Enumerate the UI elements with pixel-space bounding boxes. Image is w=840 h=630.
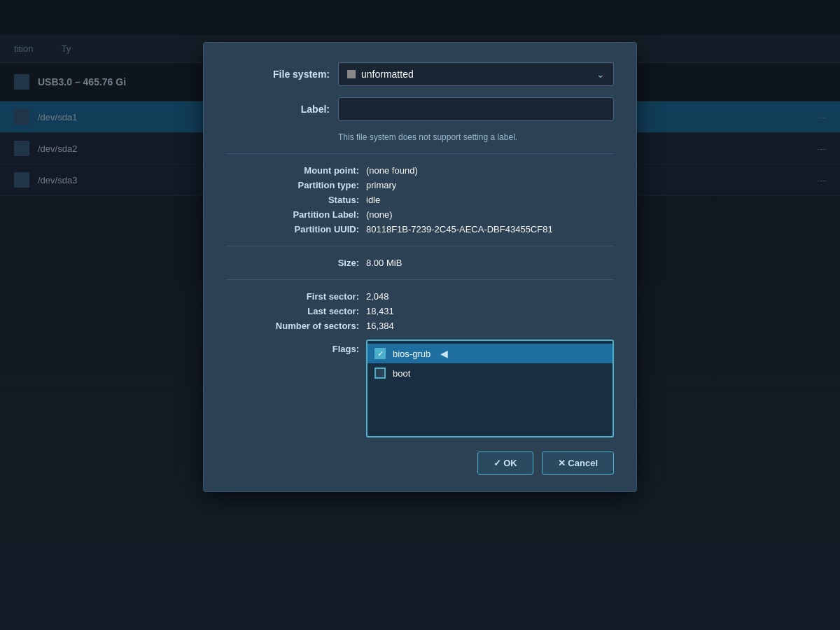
partition-type-val: primary — [366, 180, 396, 190]
last-sector-val: 18,431 — [366, 306, 394, 316]
partition-type-row: Partition type: primary — [226, 180, 614, 190]
first-sector-row: First sector: 2,048 — [226, 291, 614, 302]
mount-point-val: (none found) — [366, 165, 418, 176]
size-section: Size: 8.00 MiB — [226, 258, 614, 268]
flag-item-boot[interactable]: boot — [368, 363, 612, 383]
chevron-down-icon: ⌄ — [596, 69, 605, 80]
partition-uuid-val: 80118F1B-7239-2C45-AECA-DBF43455CF81 — [366, 224, 553, 234]
sector-section: First sector: 2,048 Last sector: 18,431 … — [226, 291, 614, 331]
partition-uuid-key: Partition UUID: — [226, 224, 366, 234]
num-sectors-row: Number of sectors: 16,384 — [226, 321, 614, 331]
button-row: ✓ OK ✕ Cancel — [226, 451, 614, 475]
partition-label-key: Partition Label: — [226, 209, 366, 220]
flags-list[interactable]: ✓ bios-grub ◀ boot — [366, 340, 614, 438]
num-sectors-key: Number of sectors: — [226, 321, 366, 331]
partition-uuid-row: Partition UUID: 80118F1B-7239-2C45-AECA-… — [226, 224, 614, 234]
file-system-icon — [347, 70, 356, 78]
partition-edit-dialog: File system: unformatted ⌄ Label: This f… — [203, 42, 637, 492]
partition-label-val: (none) — [366, 209, 393, 220]
num-sectors-val: 16,384 — [366, 321, 394, 331]
label-row: Label: — [226, 97, 614, 121]
file-system-value: unformatted — [361, 69, 414, 80]
label-label: Label: — [226, 104, 338, 115]
label-input[interactable] — [338, 97, 614, 121]
status-val: idle — [366, 195, 380, 205]
file-system-label: File system: — [226, 69, 338, 80]
ok-button[interactable]: ✓ OK — [477, 451, 533, 475]
status-row: Status: idle — [226, 195, 614, 205]
divider-3 — [226, 279, 614, 280]
modal-overlay: File system: unformatted ⌄ Label: This f… — [0, 0, 840, 630]
flags-label: Flags: — [226, 340, 366, 354]
flag-name-bios-grub: bios-grub — [393, 349, 430, 359]
flag-checkbox-boot[interactable] — [374, 368, 386, 379]
mount-point-key: Mount point: — [226, 165, 366, 176]
cursor-icon: ◀ — [440, 348, 448, 359]
size-val: 8.00 MiB — [366, 258, 402, 268]
file-system-select-inner: unformatted — [347, 69, 414, 80]
cancel-button[interactable]: ✕ Cancel — [542, 451, 614, 475]
first-sector-val: 2,048 — [366, 291, 389, 302]
file-system-row: File system: unformatted ⌄ — [226, 62, 614, 86]
partition-type-key: Partition type: — [226, 180, 366, 190]
partition-label-row: Partition Label: (none) — [226, 209, 614, 220]
label-field[interactable] — [338, 97, 614, 121]
last-sector-row: Last sector: 18,431 — [226, 306, 614, 316]
flag-name-boot: boot — [393, 368, 410, 379]
mount-point-row: Mount point: (none found) — [226, 165, 614, 176]
divider-1 — [226, 153, 614, 154]
flags-row: Flags: ✓ bios-grub ◀ boot — [226, 340, 614, 438]
last-sector-key: Last sector: — [226, 306, 366, 316]
divider-2 — [226, 246, 614, 246]
file-system-field[interactable]: unformatted ⌄ — [338, 62, 614, 86]
first-sector-key: First sector: — [226, 291, 366, 302]
size-key: Size: — [226, 258, 366, 268]
info-section: Mount point: (none found) Partition type… — [226, 165, 614, 234]
status-key: Status: — [226, 195, 366, 205]
flag-checkbox-bios-grub[interactable]: ✓ — [374, 348, 386, 359]
file-system-select[interactable]: unformatted ⌄ — [338, 62, 614, 86]
size-row: Size: 8.00 MiB — [226, 258, 614, 268]
label-hint: This file system does not support settin… — [338, 132, 614, 142]
flag-item-bios-grub[interactable]: ✓ bios-grub ◀ — [368, 344, 612, 363]
